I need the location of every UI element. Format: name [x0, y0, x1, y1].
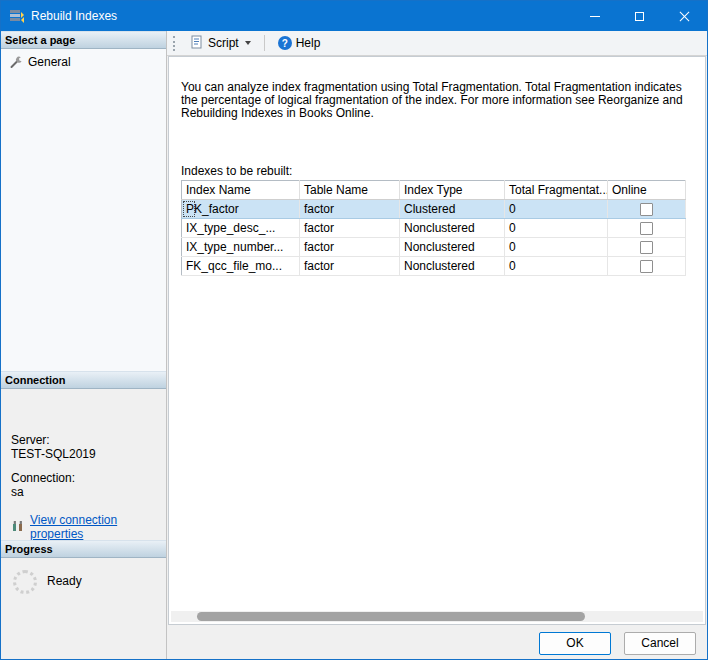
toolbar-grip[interactable] [173, 36, 177, 51]
cell-table-name: factor [300, 200, 400, 219]
cell-total-fragmentation: 0 [505, 238, 608, 257]
col-header-total-fragmentation[interactable]: Total Fragmentat... [505, 181, 608, 200]
progress-spinner-icon [13, 570, 37, 594]
maximize-button[interactable] [617, 1, 662, 31]
cancel-button[interactable]: Cancel [624, 632, 696, 655]
script-icon [190, 35, 204, 52]
progress-header: Progress [1, 540, 166, 558]
progress-status: Ready [47, 574, 82, 588]
window-title: Rebuild Indexes [31, 9, 572, 23]
script-button[interactable]: Script [183, 32, 258, 55]
progress-panel: Ready [1, 558, 166, 660]
cell-index-type: Nonclustered [400, 238, 505, 257]
table-row[interactable]: IX_type_number... factor Nonclustered 0 [182, 238, 686, 257]
toolbar-separator [264, 35, 265, 51]
table-row[interactable]: PK_factor factor Clustered 0 [182, 200, 686, 219]
horizontal-scrollbar[interactable] [171, 611, 703, 622]
cell-index-type: Nonclustered [400, 257, 505, 276]
rebuild-indexes-window: Rebuild Indexes Select a page General [0, 0, 708, 660]
col-header-index-type[interactable]: Index Type [400, 181, 505, 200]
cell-total-fragmentation: 0 [505, 219, 608, 238]
page-list: General [1, 49, 166, 371]
connection-label: Connection: [11, 471, 158, 485]
connection-properties-icon [11, 519, 25, 536]
help-button-label: Help [296, 36, 321, 50]
col-header-index-name[interactable]: Index Name [182, 181, 300, 200]
connection-panel: Server: TEST-SQL2019 Connection: sa [1, 389, 166, 540]
cell-table-name: factor [300, 219, 400, 238]
sidebar-item-general[interactable]: General [1, 53, 166, 71]
col-header-table-name[interactable]: Table Name [300, 181, 400, 200]
cell-index-name: FK_qcc_file_mo... [186, 259, 282, 273]
connection-value: sa [11, 485, 158, 499]
row-selector[interactable] [183, 220, 195, 236]
cell-table-name: factor [300, 257, 400, 276]
description-text: You can analyze index fragmentation usin… [181, 81, 693, 120]
row-selector[interactable] [183, 201, 195, 217]
footer: OK Cancel [167, 625, 707, 660]
titlebar[interactable]: Rebuild Indexes [1, 1, 707, 31]
server-value: TEST-SQL2019 [11, 447, 158, 461]
scrollbar-thumb[interactable] [197, 612, 585, 621]
table-header-row: Index Name Table Name Index Type Total F… [182, 181, 686, 200]
minimize-icon [590, 16, 600, 17]
chevron-down-icon [245, 41, 251, 45]
toolbar: Script ? Help [167, 31, 707, 56]
cell-index-name: IX_type_number... [186, 240, 283, 254]
window-controls [572, 1, 707, 31]
online-checkbox[interactable] [640, 203, 653, 216]
cell-index-type: Clustered [400, 200, 505, 219]
maximize-icon [635, 12, 644, 21]
script-button-label: Script [208, 36, 239, 50]
table-row[interactable]: FK_qcc_file_mo... factor Nonclustered 0 [182, 257, 686, 276]
help-button[interactable]: ? Help [271, 33, 328, 53]
minimize-button[interactable] [572, 1, 617, 31]
ok-button[interactable]: OK [539, 632, 611, 655]
row-selector[interactable] [183, 258, 195, 274]
online-checkbox[interactable] [640, 222, 653, 235]
table-row[interactable]: IX_type_desc_... factor Nonclustered 0 [182, 219, 686, 238]
online-checkbox[interactable] [640, 260, 653, 273]
sidebar: Select a page General Connection Server:… [1, 31, 167, 660]
cell-table-name: factor [300, 238, 400, 257]
wrench-icon [9, 55, 23, 69]
select-a-page-header: Select a page [1, 31, 166, 49]
col-header-online[interactable]: Online [608, 181, 686, 200]
content-panel: You can analyze index fragmentation usin… [168, 56, 706, 625]
server-label: Server: [11, 433, 158, 447]
online-checkbox[interactable] [640, 241, 653, 254]
indexes-table-label: Indexes to be rebuilt: [181, 164, 693, 178]
cell-index-name: IX_type_desc_... [186, 221, 275, 235]
main-area: Script ? Help You can analyze index frag… [167, 31, 707, 660]
connection-header: Connection [1, 371, 166, 389]
help-icon: ? [278, 36, 292, 50]
cell-index-type: Nonclustered [400, 219, 505, 238]
close-icon [679, 11, 690, 22]
view-connection-properties-link[interactable]: View connection properties [30, 513, 158, 541]
rebuild-indexes-icon [9, 8, 25, 24]
page-item-label: General [28, 55, 71, 69]
indexes-table: Index Name Table Name Index Type Total F… [181, 180, 686, 276]
cell-total-fragmentation: 0 [505, 200, 608, 219]
close-button[interactable] [662, 1, 707, 31]
row-selector[interactable] [183, 239, 195, 255]
cell-total-fragmentation: 0 [505, 257, 608, 276]
